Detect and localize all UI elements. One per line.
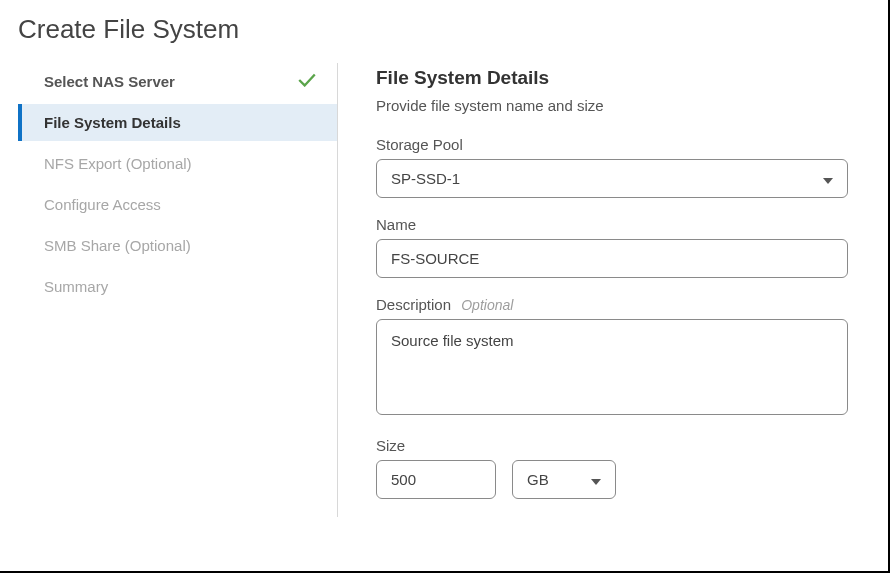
name-label: Name (376, 216, 860, 233)
wizard-body: Select NAS Server File System Details NF… (0, 63, 888, 517)
sidebar-item-label: File System Details (44, 114, 181, 131)
sidebar-item-nfs-export[interactable]: NFS Export (Optional) (18, 145, 337, 182)
description-optional-hint: Optional (461, 297, 513, 313)
caret-down-icon (591, 471, 601, 488)
caret-down-icon (823, 170, 833, 187)
sidebar-item-label: Select NAS Server (44, 73, 175, 90)
sidebar-item-label: Summary (44, 278, 108, 295)
name-input[interactable] (376, 239, 848, 278)
sidebar-item-label: NFS Export (Optional) (44, 155, 192, 172)
svg-marker-1 (591, 479, 601, 485)
check-icon (297, 73, 317, 90)
size-field: Size GB (376, 437, 860, 499)
size-unit-value: GB (527, 471, 549, 488)
description-label-text: Description (376, 296, 451, 313)
size-input[interactable] (376, 460, 496, 499)
storage-pool-label: Storage Pool (376, 136, 860, 153)
sidebar-item-select-nas-server[interactable]: Select NAS Server (18, 63, 337, 100)
wizard-sidebar: Select NAS Server File System Details NF… (18, 63, 338, 517)
description-textarea[interactable] (376, 319, 848, 415)
sidebar-item-smb-share[interactable]: SMB Share (Optional) (18, 227, 337, 264)
details-panel: File System Details Provide file system … (338, 63, 870, 517)
name-field: Name (376, 216, 860, 278)
storage-pool-value: SP-SSD-1 (391, 170, 460, 187)
sidebar-item-file-system-details[interactable]: File System Details (18, 104, 337, 141)
sidebar-item-configure-access[interactable]: Configure Access (18, 186, 337, 223)
sidebar-item-summary[interactable]: Summary (18, 268, 337, 305)
size-label: Size (376, 437, 860, 454)
description-field: Description Optional (376, 296, 860, 419)
storage-pool-select[interactable]: SP-SSD-1 (376, 159, 848, 198)
details-heading: File System Details (376, 67, 860, 89)
sidebar-item-label: SMB Share (Optional) (44, 237, 191, 254)
sidebar-item-label: Configure Access (44, 196, 161, 213)
size-unit-select[interactable]: GB (512, 460, 616, 499)
description-label: Description Optional (376, 296, 860, 313)
svg-marker-0 (823, 178, 833, 184)
storage-pool-field: Storage Pool SP-SSD-1 (376, 136, 860, 198)
details-subheading: Provide file system name and size (376, 97, 860, 114)
page-title: Create File System (0, 0, 888, 63)
